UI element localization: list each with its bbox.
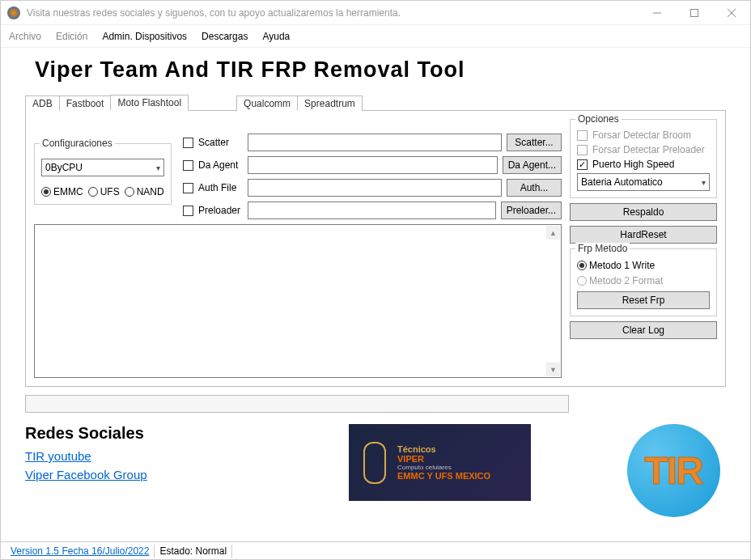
preloader-label: Preloader xyxy=(198,205,243,216)
menu-descargas[interactable]: Descargas xyxy=(202,31,248,42)
opciones-group: Opciones Forsar Detectar Broom Forsar De… xyxy=(570,119,717,198)
battery-dropdown[interactable]: Bateria Automatico ▾ xyxy=(577,173,710,191)
main-window: Visita nuestras redes sociales y sigueno… xyxy=(0,0,751,560)
social-heading: Redes Sociales xyxy=(25,424,333,443)
auth-file-row: Auth File Auth... xyxy=(183,179,562,197)
config-column: Configuraciones 0ByCPU ▾ EMMC UFS NAND xyxy=(34,119,172,219)
menu-edicion[interactable]: Edición xyxy=(56,31,87,42)
menu-admin-dispositivos[interactable]: Admin. Dispositivos xyxy=(102,31,187,42)
chevron-down-icon: ▾ xyxy=(156,163,160,172)
scatter-label: Scatter xyxy=(198,137,243,148)
tab-panel: Configuraciones 0ByCPU ▾ EMMC UFS NAND xyxy=(25,110,726,387)
right-column: Opciones Forsar Detectar Broom Forsar De… xyxy=(570,119,717,378)
configuraciones-legend: Configuraciones xyxy=(40,138,115,149)
tab-adb[interactable]: ADB xyxy=(25,95,60,111)
frp-legend: Frp Metodo xyxy=(575,243,630,254)
da-agent-checkbox[interactable] xyxy=(183,160,193,171)
auth-file-checkbox[interactable] xyxy=(183,183,193,193)
scroll-down-icon[interactable]: ▼ xyxy=(546,363,560,376)
social-section: Redes Sociales TIR youtube Viper Faceboo… xyxy=(25,424,726,517)
scatter-browse-button[interactable]: Scatter... xyxy=(507,134,562,151)
tab-strip: ADB Fastboot Moto Flashtool Qualcomm Spr… xyxy=(25,92,726,110)
opt-forsar-preloader[interactable]: Forsar Detectar Preloader xyxy=(577,144,710,155)
opt-forsar-broom[interactable]: Forsar Detectar Broom xyxy=(577,129,710,141)
preloader-browse-button[interactable]: Preloader... xyxy=(501,202,562,219)
svg-rect-1 xyxy=(691,9,698,16)
body: Viper Team And TIR FRP Removal Tool ADB … xyxy=(1,48,750,541)
clear-log-button[interactable]: Clear Log xyxy=(570,321,717,339)
da-agent-browse-button[interactable]: Da Agent... xyxy=(503,156,562,174)
link-tir-youtube[interactable]: TIR youtube xyxy=(25,449,333,463)
tab-fastboot[interactable]: Fastboot xyxy=(59,95,112,111)
log-textarea[interactable]: ▲ ▼ xyxy=(34,224,562,378)
config-dropdown[interactable]: 0ByCPU ▾ xyxy=(41,159,164,176)
auth-file-path-input[interactable] xyxy=(248,179,502,197)
tab-spreadtrum[interactable]: Spreadtrum xyxy=(297,95,363,111)
tir-logo[interactable]: TIR xyxy=(621,424,726,517)
window-title: Visita nuestras redes sociales y sigueno… xyxy=(27,7,639,19)
checkbox-preloader[interactable] xyxy=(577,145,588,155)
checkbox-high-speed[interactable] xyxy=(577,159,588,170)
auth-file-label: Auth File xyxy=(198,182,243,193)
checkbox-broom[interactable] xyxy=(577,130,588,141)
minimize-button[interactable] xyxy=(639,1,676,25)
menu-ayuda[interactable]: Ayuda xyxy=(262,31,290,42)
preloader-checkbox[interactable] xyxy=(183,206,193,216)
radio-metodo-2[interactable]: Metodo 2 Format xyxy=(577,275,710,286)
da-agent-label: Da Agent xyxy=(198,159,243,171)
scatter-path-input[interactable] xyxy=(248,134,502,151)
logo-text: TIR xyxy=(644,448,702,493)
page-title: Viper Team And TIR FRP Removal Tool xyxy=(35,57,726,83)
scroll-up-icon[interactable]: ▲ xyxy=(546,226,560,240)
menubar: Archivo Edición Admin. Dispositivos Desc… xyxy=(1,25,750,48)
scatter-checkbox[interactable] xyxy=(183,138,193,148)
radio-metodo-1[interactable]: Metodo 1 Write xyxy=(577,260,710,271)
chevron-down-icon: ▾ xyxy=(702,178,706,187)
preloader-row: Preloader Preloader... xyxy=(183,202,562,219)
minimize-icon xyxy=(653,9,661,17)
configuraciones-group: Configuraciones 0ByCPU ▾ EMMC UFS NAND xyxy=(34,143,172,205)
reset-frp-button[interactable]: Reset Frp xyxy=(577,291,710,309)
maximize-icon xyxy=(690,9,698,17)
tab-qualcomm[interactable]: Qualcomm xyxy=(236,95,298,111)
file-rows: Scatter Scatter... Da Agent Da Agent... xyxy=(183,134,562,219)
storage-type-radios: EMMC UFS NAND xyxy=(41,186,164,197)
tab-moto-flashtool[interactable]: Moto Flashtool xyxy=(110,95,189,111)
scatter-row: Scatter Scatter... xyxy=(183,134,562,151)
da-agent-path-input[interactable] xyxy=(248,156,498,174)
close-icon xyxy=(728,9,736,17)
opt-high-speed[interactable]: Puerto High Speed xyxy=(577,159,710,170)
radio-emmc[interactable]: EMMC xyxy=(41,186,83,197)
config-dropdown-value: 0ByCPU xyxy=(45,162,83,173)
frp-metodo-group: Frp Metodo Metodo 1 Write Metodo 2 Forma… xyxy=(570,248,717,316)
version-link[interactable]: Version 1.5 Fecha 16/Julio/2022 xyxy=(11,545,149,557)
auth-file-browse-button[interactable]: Auth... xyxy=(507,179,562,197)
progress-bar xyxy=(25,395,569,413)
respaldo-button[interactable]: Respaldo xyxy=(570,203,717,221)
maximize-button[interactable] xyxy=(676,1,713,25)
radio-ufs[interactable]: UFS xyxy=(88,186,120,197)
viper-banner[interactable]: Técnicos VIPER Computo celulares EMMC Y … xyxy=(349,424,531,501)
status-estado: Estado: Normal xyxy=(155,545,231,557)
statusbar: Version 1.5 Fecha 16/Julio/2022 Estado: … xyxy=(1,541,750,559)
radio-nand[interactable]: NAND xyxy=(125,186,164,197)
app-icon xyxy=(7,6,20,19)
opciones-legend: Opciones xyxy=(575,113,622,125)
hardreset-button[interactable]: HardReset xyxy=(570,226,717,244)
close-button[interactable] xyxy=(713,1,750,25)
menu-archivo[interactable]: Archivo xyxy=(9,31,41,42)
da-agent-row: Da Agent Da Agent... xyxy=(183,156,562,174)
titlebar: Visita nuestras redes sociales y sigueno… xyxy=(1,1,750,25)
battery-dropdown-value: Bateria Automatico xyxy=(581,176,663,188)
link-viper-facebook[interactable]: Viper Facebook Group xyxy=(25,468,333,482)
preloader-path-input[interactable] xyxy=(248,202,496,219)
